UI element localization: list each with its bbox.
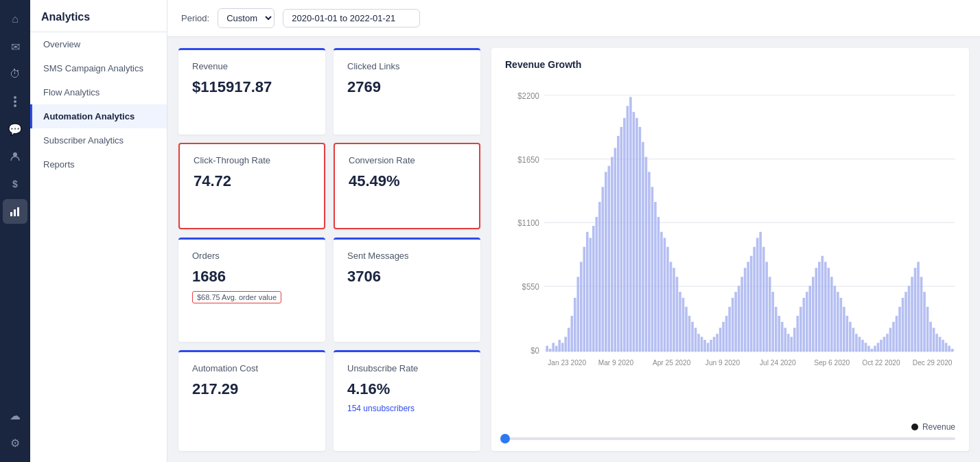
- svg-text:Jan 23 2020: Jan 23 2020: [548, 358, 586, 367]
- chart-wrapper: $2200 $1650 $1100 $550 $0 Jan 23 2020 Ma…: [505, 78, 955, 418]
- svg-rect-82: [722, 322, 725, 352]
- svg-rect-81: [719, 328, 722, 352]
- svg-text:Mar 9 2020: Mar 9 2020: [598, 358, 634, 367]
- svg-rect-118: [834, 286, 837, 351]
- chart-slider[interactable]: [505, 437, 955, 440]
- svg-rect-5: [14, 209, 16, 216]
- svg-rect-127: [861, 340, 864, 351]
- svg-rect-103: [787, 334, 790, 351]
- nav-item-automation-analytics[interactable]: Automation Analytics: [30, 104, 167, 128]
- svg-point-3: [13, 152, 17, 157]
- svg-rect-141: [905, 292, 907, 351]
- orders-value: 1686: [192, 268, 312, 286]
- svg-rect-73: [695, 328, 697, 352]
- date-range-input[interactable]: [283, 9, 420, 27]
- revenue-value: $115917.87: [192, 78, 312, 96]
- svg-rect-114: [821, 256, 824, 352]
- stat-card-sent-messages: Sent Messages 3706: [334, 238, 480, 342]
- svg-rect-54: [635, 118, 638, 352]
- svg-rect-130: [871, 349, 874, 351]
- stat-card-automation-cost: Automation Cost 217.29: [178, 350, 325, 452]
- svg-rect-39: [589, 238, 592, 352]
- chart-legend: Revenue: [505, 422, 955, 432]
- top-bar: Period: Custom: [167, 0, 980, 37]
- svg-rect-132: [877, 343, 880, 351]
- svg-rect-156: [951, 349, 954, 351]
- svg-rect-134: [883, 337, 886, 352]
- stat-card-ctr: Click-Through Rate 74.72: [178, 143, 325, 230]
- conversion-rate-value: 45.49%: [349, 172, 465, 190]
- svg-rect-145: [917, 262, 920, 351]
- nav-item-sms-campaign[interactable]: SMS Campaign Analytics: [30, 56, 167, 80]
- user-icon[interactable]: [3, 144, 27, 169]
- settings-icon[interactable]: ⚙: [3, 430, 27, 455]
- nav-item-reports[interactable]: Reports: [30, 152, 167, 176]
- svg-rect-33: [570, 316, 573, 351]
- svg-rect-93: [756, 238, 759, 352]
- svg-rect-89: [744, 268, 747, 351]
- clock-icon[interactable]: ⏱: [3, 62, 27, 86]
- svg-rect-45: [608, 166, 611, 352]
- svg-rect-49: [620, 127, 623, 352]
- svg-text:$1100: $1100: [517, 218, 539, 229]
- ctr-label: Click-Through Rate: [194, 155, 310, 165]
- slider-thumb[interactable]: [500, 434, 510, 443]
- svg-rect-108: [802, 298, 805, 352]
- slider-track[interactable]: [505, 437, 955, 440]
- svg-rect-150: [933, 328, 935, 352]
- chart-area: Revenue Growth $2200 $1650 $1100 $550 $0: [491, 48, 969, 451]
- svg-rect-72: [691, 322, 694, 352]
- svg-rect-137: [892, 322, 895, 352]
- billing-icon[interactable]: $: [3, 172, 27, 196]
- legend-dot: [911, 424, 918, 430]
- svg-rect-25: [546, 346, 548, 352]
- analytics-icon[interactable]: [3, 199, 27, 224]
- sent-messages-label: Sent Messages: [347, 251, 467, 261]
- nav-item-overview[interactable]: Overview: [30, 32, 167, 56]
- svg-rect-135: [886, 334, 889, 351]
- svg-rect-147: [923, 292, 926, 351]
- period-select[interactable]: Custom: [218, 8, 275, 28]
- svg-rect-155: [948, 346, 950, 352]
- svg-rect-117: [830, 277, 833, 351]
- svg-rect-129: [867, 346, 870, 352]
- svg-rect-94: [759, 232, 762, 352]
- nav-item-subscriber-analytics[interactable]: Subscriber Analytics: [30, 128, 167, 152]
- orders-label: Orders: [192, 251, 312, 261]
- svg-point-2: [14, 104, 16, 107]
- svg-rect-27: [552, 343, 555, 351]
- svg-rect-86: [734, 292, 737, 351]
- svg-rect-112: [815, 268, 817, 351]
- icon-sidebar: ⌂ ✉ ⏱ 💬 $ ☁ ⚙: [0, 0, 30, 462]
- svg-rect-151: [935, 334, 938, 351]
- svg-rect-95: [762, 247, 765, 352]
- svg-rect-75: [701, 337, 703, 352]
- svg-rect-97: [769, 277, 771, 351]
- svg-rect-90: [747, 262, 749, 351]
- svg-rect-136: [889, 328, 892, 352]
- svg-rect-41: [595, 217, 598, 352]
- ctr-value: 74.72: [194, 172, 310, 190]
- svg-rect-40: [592, 226, 595, 351]
- svg-rect-138: [896, 316, 898, 351]
- nav-item-flow-analytics[interactable]: Flow Analytics: [30, 80, 167, 104]
- svg-rect-68: [679, 292, 681, 351]
- svg-rect-104: [790, 337, 793, 352]
- svg-rect-28: [555, 346, 558, 352]
- revenue-label: Revenue: [192, 61, 312, 71]
- svg-rect-144: [914, 268, 917, 351]
- svg-rect-152: [939, 337, 942, 352]
- svg-rect-84: [728, 307, 731, 352]
- svg-rect-113: [818, 262, 821, 351]
- flow-icon[interactable]: [3, 89, 27, 114]
- svg-rect-76: [703, 340, 706, 351]
- unsubscribers-link[interactable]: 154 unsubscribers: [347, 404, 467, 413]
- cloud-icon[interactable]: ☁: [3, 403, 27, 428]
- svg-rect-123: [849, 322, 852, 352]
- svg-rect-85: [732, 298, 734, 352]
- svg-rect-122: [846, 316, 849, 351]
- message-icon[interactable]: ✉: [3, 34, 27, 59]
- chat-icon[interactable]: 💬: [3, 117, 27, 141]
- home-icon[interactable]: ⌂: [3, 7, 27, 32]
- svg-rect-101: [781, 322, 784, 352]
